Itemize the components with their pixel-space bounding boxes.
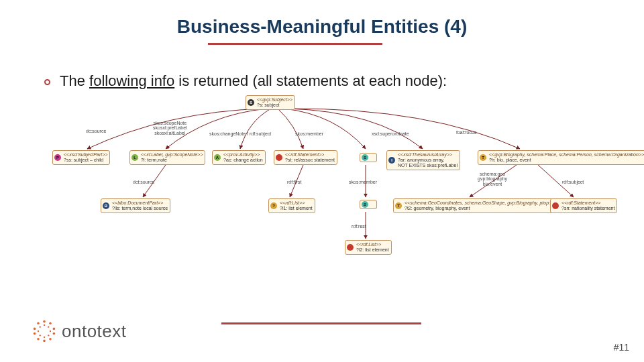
bullet-row: The following info is returned (all stat… — [44, 72, 447, 90]
diagram-area: S <<gvp:Subject>> ?s: subject P <<xsd:Su… — [0, 91, 644, 286]
node-r1-label: ?ss: subject – child — [64, 158, 103, 162]
node-r4: <<rdf:Statement>> ?st: rel/assoc stateme… — [274, 150, 337, 165]
node-r4-label: ?st: rel/assoc statement — [285, 158, 335, 162]
node-r6-label: ?ar: anonymous array, NOT EXISTS skos:pr… — [398, 158, 458, 168]
node-root-label: ?s: subject — [257, 103, 279, 107]
edge-r5-r51-label: skos:member — [349, 180, 377, 184]
logo-text: ontotext — [62, 321, 127, 342]
node-r7: T <<gvp:Biography, schema:Place, schema:… — [478, 150, 644, 165]
node-r5: S — [360, 153, 377, 162]
svg-point-6 — [37, 338, 40, 341]
svg-point-14 — [44, 337, 45, 338]
node-r2-circle-icon: L — [131, 154, 138, 161]
node-r2: L <<xl:Label, gvp:ScopeNote>> ?l: term,n… — [129, 150, 205, 165]
node-r51: S — [360, 200, 377, 209]
node-r41-label: ?l1: list element — [280, 206, 313, 210]
node-r72-label: ?sn: nationality statement — [561, 206, 614, 210]
node-r6-circle-icon: I — [388, 157, 395, 164]
node-r51-circle-icon: S — [362, 201, 368, 208]
node-r31-stereo: <<bibo:DocumentPart>> — [112, 200, 163, 205]
svg-point-9 — [37, 322, 40, 325]
edge-root-r2-label: skos:scopeNote skosxl:prefLabel skosxl:a… — [153, 121, 187, 135]
svg-point-4 — [49, 338, 52, 341]
svg-point-0 — [43, 320, 46, 323]
edge-root-r7-label: foaf:focus — [456, 130, 476, 135]
bullet-text: The following info is returned (all stat… — [60, 72, 447, 90]
node-r411-stereo: <<rdf:List>> — [356, 242, 381, 247]
edge-root-r6-label: xsd:superordinate — [372, 131, 409, 136]
node-r4-stereo: <<rdf:Statement>> — [285, 152, 324, 157]
underline-rule-top — [208, 43, 382, 45]
node-root-stereo: <<gvp:Subject>> — [257, 97, 292, 102]
edge-root-r1-label: dc:source — [86, 129, 106, 133]
node-r3-stereo: <<prov:Activity>> — [223, 152, 260, 157]
node-r3-circle-icon: A — [214, 154, 221, 161]
node-r41-stereo: <<rdf:List>> — [280, 200, 305, 205]
svg-point-10 — [44, 324, 45, 326]
node-r71: T <<schema:GeoCoordinates, schema:GeoSha… — [393, 198, 570, 213]
edge-r7-r71-label: schema:geo gvp:biography bio:event — [478, 172, 507, 186]
node-r7-label: ?h: bio, place, event — [489, 158, 531, 162]
node-r72: <<rdf:Statement>> ?sn: nationality state… — [550, 198, 617, 213]
underline-rule-bottom — [221, 322, 421, 324]
node-r7-circle-icon: T — [480, 154, 486, 161]
svg-point-5 — [43, 340, 46, 343]
brand-logo: ontotext — [32, 319, 127, 343]
svg-point-7 — [34, 333, 36, 335]
node-r5-circle-icon: S — [362, 154, 368, 161]
edge-r41-r411-label: rdf:rest — [352, 224, 366, 229]
svg-point-1 — [49, 322, 52, 325]
node-r31-circle-icon: B — [103, 202, 109, 209]
node-r3-label: ?ac: change action — [223, 158, 263, 162]
node-r41: ? <<rdf:List>> ?l1: list element — [268, 198, 315, 213]
node-root-circle-icon: S — [248, 99, 254, 106]
node-r71-stereo: <<schema:GeoCoordinates, schema:GeoShape… — [405, 200, 568, 205]
edge-layer — [0, 91, 644, 286]
node-r72-circle-icon — [552, 202, 559, 209]
node-r6: I <<xsd:Thesaurus/Array>> ?ar: anonymous… — [386, 150, 460, 170]
node-r1-circle-icon: P — [54, 154, 61, 161]
edge-r4-r41-label: rdf:first — [287, 180, 301, 184]
bullet-post: is returned (all statements at each node… — [174, 72, 447, 89]
svg-point-15 — [40, 335, 41, 336]
logo-sun-icon — [32, 319, 56, 343]
bullet-underline: following info — [89, 72, 174, 89]
node-r7-stereo: <<gvp:Biography, schema:Place, schema:Pe… — [489, 152, 644, 157]
node-r2-stereo: <<xl:Label, gvp:ScopeNote>> — [141, 152, 203, 157]
bullet-dot-icon — [44, 79, 50, 85]
slide-title: Business-Meaningful Entities (4) — [0, 16, 644, 38]
edge-r3-r31-label: dct:source — [133, 180, 154, 184]
node-r71-circle-icon: T — [395, 202, 402, 209]
node-r41-circle-icon: ? — [270, 202, 277, 209]
node-r72-stereo: <<rdf:Statement>> — [561, 200, 600, 205]
node-r1-stereo: <<xsd:SubjectPart>> — [64, 152, 107, 157]
page-number: #11 — [614, 342, 629, 353]
bullet-pre: The — [60, 72, 89, 89]
node-r411-circle-icon — [347, 244, 354, 251]
edge-r7-r72-label: rdf:subject — [562, 180, 584, 184]
node-root: S <<gvp:Subject>> ?s: subject — [246, 95, 295, 110]
svg-point-11 — [48, 326, 49, 328]
node-r2-label: ?l: term,note — [141, 158, 167, 162]
node-r6-stereo: <<xsd:Thesaurus/Array>> — [398, 152, 452, 157]
svg-point-16 — [38, 330, 39, 332]
node-r1: P <<xsd:SubjectPart>> ?ss: subject – chi… — [52, 150, 110, 165]
svg-point-12 — [50, 330, 51, 332]
node-r411: <<rdf:List>> ?l2: list element — [345, 240, 392, 255]
svg-point-8 — [34, 328, 36, 330]
svg-point-2 — [53, 328, 56, 330]
svg-point-17 — [40, 326, 41, 328]
node-r31-label: ?lls: term,note local source — [112, 206, 168, 210]
svg-point-13 — [48, 335, 49, 336]
edge-root-r3-label: skos:changeNote / rdf:subject — [209, 131, 271, 136]
node-r411-label: ?l2: list element — [356, 247, 389, 252]
node-r4-circle-icon — [276, 154, 282, 161]
svg-point-3 — [53, 333, 56, 335]
node-r3: A <<prov:Activity>> ?ac: change action — [212, 150, 266, 165]
node-r31: B <<bibo:DocumentPart>> ?lls: term,note … — [101, 198, 170, 213]
node-r71-label: ?t2: geometry, biography, event — [405, 206, 470, 210]
edge-root-r4-label: skos:member — [295, 131, 323, 136]
